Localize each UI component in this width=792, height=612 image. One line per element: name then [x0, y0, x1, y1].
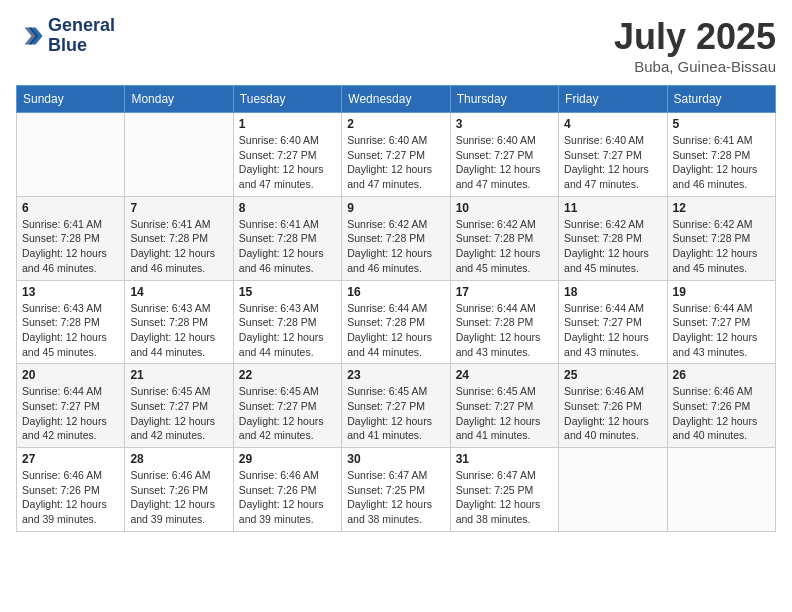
weekday-header-row: SundayMondayTuesdayWednesdayThursdayFrid… — [17, 86, 776, 113]
day-info: Sunrise: 6:44 AMSunset: 7:27 PMDaylight:… — [673, 301, 770, 360]
day-number: 23 — [347, 368, 444, 382]
day-info: Sunrise: 6:47 AMSunset: 7:25 PMDaylight:… — [456, 468, 553, 527]
day-number: 5 — [673, 117, 770, 131]
sunset-label: Sunset: 7:28 PM — [673, 149, 751, 161]
day-info: Sunrise: 6:46 AMSunset: 7:26 PMDaylight:… — [564, 384, 661, 443]
calendar-table: SundayMondayTuesdayWednesdayThursdayFrid… — [16, 85, 776, 532]
daylight-label: Daylight: 12 hours and 46 minutes. — [22, 247, 107, 274]
weekday-header-friday: Friday — [559, 86, 667, 113]
sunrise-label: Sunrise: 6:42 AM — [673, 218, 753, 230]
daylight-label: Daylight: 12 hours and 38 minutes. — [456, 498, 541, 525]
title-block: July 2025 Buba, Guinea-Bissau — [614, 16, 776, 75]
day-info: Sunrise: 6:45 AMSunset: 7:27 PMDaylight:… — [130, 384, 227, 443]
daylight-label: Daylight: 12 hours and 38 minutes. — [347, 498, 432, 525]
day-info: Sunrise: 6:46 AMSunset: 7:26 PMDaylight:… — [130, 468, 227, 527]
calendar-cell: 23Sunrise: 6:45 AMSunset: 7:27 PMDayligh… — [342, 364, 450, 448]
sunrise-label: Sunrise: 6:45 AM — [239, 385, 319, 397]
day-info: Sunrise: 6:44 AMSunset: 7:27 PMDaylight:… — [564, 301, 661, 360]
day-info: Sunrise: 6:46 AMSunset: 7:26 PMDaylight:… — [22, 468, 119, 527]
calendar-cell: 14Sunrise: 6:43 AMSunset: 7:28 PMDayligh… — [125, 280, 233, 364]
calendar-cell: 6Sunrise: 6:41 AMSunset: 7:28 PMDaylight… — [17, 196, 125, 280]
day-info: Sunrise: 6:44 AMSunset: 7:28 PMDaylight:… — [456, 301, 553, 360]
sunset-label: Sunset: 7:28 PM — [239, 232, 317, 244]
day-info: Sunrise: 6:43 AMSunset: 7:28 PMDaylight:… — [130, 301, 227, 360]
day-info: Sunrise: 6:45 AMSunset: 7:27 PMDaylight:… — [347, 384, 444, 443]
daylight-label: Daylight: 12 hours and 47 minutes. — [347, 163, 432, 190]
page-header: General Blue July 2025 Buba, Guinea-Biss… — [16, 16, 776, 75]
sunset-label: Sunset: 7:25 PM — [347, 484, 425, 496]
calendar-cell: 1Sunrise: 6:40 AMSunset: 7:27 PMDaylight… — [233, 113, 341, 197]
daylight-label: Daylight: 12 hours and 43 minutes. — [564, 331, 649, 358]
sunset-label: Sunset: 7:25 PM — [456, 484, 534, 496]
daylight-label: Daylight: 12 hours and 47 minutes. — [456, 163, 541, 190]
sunrise-label: Sunrise: 6:46 AM — [22, 469, 102, 481]
day-number: 16 — [347, 285, 444, 299]
calendar-cell: 9Sunrise: 6:42 AMSunset: 7:28 PMDaylight… — [342, 196, 450, 280]
sunset-label: Sunset: 7:27 PM — [239, 400, 317, 412]
sunrise-label: Sunrise: 6:41 AM — [673, 134, 753, 146]
daylight-label: Daylight: 12 hours and 41 minutes. — [347, 415, 432, 442]
calendar-week-row: 1Sunrise: 6:40 AMSunset: 7:27 PMDaylight… — [17, 113, 776, 197]
sunset-label: Sunset: 7:28 PM — [673, 232, 751, 244]
calendar-week-row: 13Sunrise: 6:43 AMSunset: 7:28 PMDayligh… — [17, 280, 776, 364]
weekday-header-sunday: Sunday — [17, 86, 125, 113]
day-info: Sunrise: 6:40 AMSunset: 7:27 PMDaylight:… — [564, 133, 661, 192]
calendar-cell: 31Sunrise: 6:47 AMSunset: 7:25 PMDayligh… — [450, 448, 558, 532]
sunset-label: Sunset: 7:26 PM — [130, 484, 208, 496]
day-info: Sunrise: 6:47 AMSunset: 7:25 PMDaylight:… — [347, 468, 444, 527]
sunrise-label: Sunrise: 6:44 AM — [347, 302, 427, 314]
daylight-label: Daylight: 12 hours and 46 minutes. — [239, 247, 324, 274]
sunset-label: Sunset: 7:27 PM — [564, 149, 642, 161]
calendar-cell: 29Sunrise: 6:46 AMSunset: 7:26 PMDayligh… — [233, 448, 341, 532]
sunrise-label: Sunrise: 6:41 AM — [130, 218, 210, 230]
sunrise-label: Sunrise: 6:41 AM — [22, 218, 102, 230]
logo-text: General Blue — [48, 16, 115, 56]
daylight-label: Daylight: 12 hours and 42 minutes. — [22, 415, 107, 442]
day-number: 1 — [239, 117, 336, 131]
day-number: 27 — [22, 452, 119, 466]
day-number: 20 — [22, 368, 119, 382]
sunset-label: Sunset: 7:27 PM — [456, 400, 534, 412]
location: Buba, Guinea-Bissau — [614, 58, 776, 75]
day-number: 13 — [22, 285, 119, 299]
calendar-cell: 8Sunrise: 6:41 AMSunset: 7:28 PMDaylight… — [233, 196, 341, 280]
sunrise-label: Sunrise: 6:42 AM — [456, 218, 536, 230]
sunset-label: Sunset: 7:28 PM — [347, 232, 425, 244]
daylight-label: Daylight: 12 hours and 43 minutes. — [456, 331, 541, 358]
day-info: Sunrise: 6:41 AMSunset: 7:28 PMDaylight:… — [22, 217, 119, 276]
daylight-label: Daylight: 12 hours and 40 minutes. — [673, 415, 758, 442]
daylight-label: Daylight: 12 hours and 39 minutes. — [22, 498, 107, 525]
sunset-label: Sunset: 7:26 PM — [673, 400, 751, 412]
daylight-label: Daylight: 12 hours and 44 minutes. — [239, 331, 324, 358]
day-number: 3 — [456, 117, 553, 131]
sunrise-label: Sunrise: 6:46 AM — [673, 385, 753, 397]
sunset-label: Sunset: 7:27 PM — [347, 149, 425, 161]
daylight-label: Daylight: 12 hours and 47 minutes. — [564, 163, 649, 190]
calendar-cell: 28Sunrise: 6:46 AMSunset: 7:26 PMDayligh… — [125, 448, 233, 532]
day-number: 24 — [456, 368, 553, 382]
logo-icon — [16, 22, 44, 50]
calendar-cell: 19Sunrise: 6:44 AMSunset: 7:27 PMDayligh… — [667, 280, 775, 364]
calendar-cell — [559, 448, 667, 532]
sunset-label: Sunset: 7:27 PM — [22, 400, 100, 412]
sunset-label: Sunset: 7:26 PM — [564, 400, 642, 412]
sunset-label: Sunset: 7:28 PM — [456, 316, 534, 328]
day-number: 14 — [130, 285, 227, 299]
logo: General Blue — [16, 16, 115, 56]
sunrise-label: Sunrise: 6:47 AM — [456, 469, 536, 481]
calendar-cell: 25Sunrise: 6:46 AMSunset: 7:26 PMDayligh… — [559, 364, 667, 448]
calendar-cell — [17, 113, 125, 197]
daylight-label: Daylight: 12 hours and 43 minutes. — [673, 331, 758, 358]
day-info: Sunrise: 6:45 AMSunset: 7:27 PMDaylight:… — [239, 384, 336, 443]
daylight-label: Daylight: 12 hours and 45 minutes. — [456, 247, 541, 274]
day-number: 4 — [564, 117, 661, 131]
sunrise-label: Sunrise: 6:40 AM — [239, 134, 319, 146]
daylight-label: Daylight: 12 hours and 39 minutes. — [239, 498, 324, 525]
day-info: Sunrise: 6:41 AMSunset: 7:28 PMDaylight:… — [130, 217, 227, 276]
calendar-cell: 4Sunrise: 6:40 AMSunset: 7:27 PMDaylight… — [559, 113, 667, 197]
sunset-label: Sunset: 7:28 PM — [130, 232, 208, 244]
day-info: Sunrise: 6:42 AMSunset: 7:28 PMDaylight:… — [347, 217, 444, 276]
sunset-label: Sunset: 7:26 PM — [22, 484, 100, 496]
sunrise-label: Sunrise: 6:40 AM — [456, 134, 536, 146]
day-number: 12 — [673, 201, 770, 215]
